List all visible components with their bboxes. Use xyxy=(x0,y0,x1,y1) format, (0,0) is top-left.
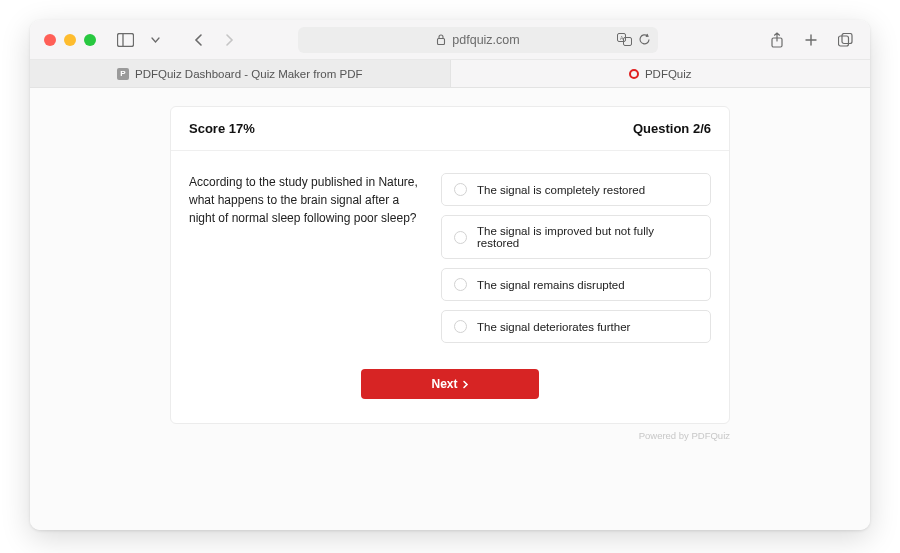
browser-window: pdfquiz.com A P P xyxy=(30,20,870,530)
sidebar-toggle-icon[interactable] xyxy=(114,29,136,51)
question-text: According to the study published in Natu… xyxy=(189,173,419,343)
tab-strip: P PDFQuiz Dashboard - Quiz Maker from PD… xyxy=(30,60,870,88)
address-bar[interactable]: pdfquiz.com A xyxy=(298,27,658,53)
browser-toolbar: pdfquiz.com A xyxy=(30,20,870,60)
close-window-button[interactable] xyxy=(44,34,56,46)
minimize-window-button[interactable] xyxy=(64,34,76,46)
radio-icon xyxy=(454,183,467,196)
answer-option[interactable]: The signal is completely restored xyxy=(441,173,711,206)
svg-rect-8 xyxy=(842,33,852,43)
chevron-down-icon[interactable] xyxy=(144,29,166,51)
translate-icon[interactable]: A xyxy=(616,32,632,48)
tab-overview-icon[interactable] xyxy=(834,29,856,51)
svg-rect-2 xyxy=(438,39,445,45)
page-content: Score 17% Question 2/6 According to the … xyxy=(30,88,870,530)
next-button-label: Next xyxy=(431,377,457,391)
tab-pdfquiz-dashboard[interactable]: P PDFQuiz Dashboard - Quiz Maker from PD… xyxy=(30,60,451,87)
powered-by-footer: Powered by PDFQuiz xyxy=(170,430,730,451)
quiz-header: Score 17% Question 2/6 xyxy=(171,107,729,151)
tab-pdfquiz[interactable]: PDFQuiz xyxy=(451,60,871,87)
new-tab-icon[interactable] xyxy=(800,29,822,51)
tab-label: PDFQuiz xyxy=(645,68,692,80)
radio-icon xyxy=(454,278,467,291)
lock-icon xyxy=(436,34,446,45)
tab-label: PDFQuiz Dashboard - Quiz Maker from PDF xyxy=(135,68,363,80)
back-button[interactable] xyxy=(188,29,210,51)
svg-rect-7 xyxy=(838,36,848,46)
radio-icon xyxy=(454,231,467,244)
quiz-card: Score 17% Question 2/6 According to the … xyxy=(170,106,730,424)
share-icon[interactable] xyxy=(766,29,788,51)
radio-icon xyxy=(454,320,467,333)
answer-option[interactable]: The signal is improved but not fully res… xyxy=(441,215,711,259)
question-progress: Question 2/6 xyxy=(633,121,711,136)
chevron-right-icon xyxy=(462,380,469,389)
reload-icon[interactable] xyxy=(636,32,652,48)
answer-options: The signal is completely restored The si… xyxy=(441,173,711,343)
score-label: Score 17% xyxy=(189,121,255,136)
answer-option[interactable]: The signal deteriorates further xyxy=(441,310,711,343)
option-label: The signal is improved but not fully res… xyxy=(477,225,698,249)
next-button[interactable]: Next xyxy=(361,369,539,399)
option-label: The signal is completely restored xyxy=(477,184,645,196)
svg-rect-0 xyxy=(117,33,133,46)
maximize-window-button[interactable] xyxy=(84,34,96,46)
address-bar-host: pdfquiz.com xyxy=(452,33,519,47)
forward-button[interactable] xyxy=(218,29,240,51)
option-label: The signal deteriorates further xyxy=(477,321,630,333)
window-controls xyxy=(44,34,96,46)
answer-option[interactable]: The signal remains disrupted xyxy=(441,268,711,301)
option-label: The signal remains disrupted xyxy=(477,279,625,291)
favicon-p-icon: P xyxy=(117,68,129,80)
favicon-o-icon xyxy=(629,69,639,79)
